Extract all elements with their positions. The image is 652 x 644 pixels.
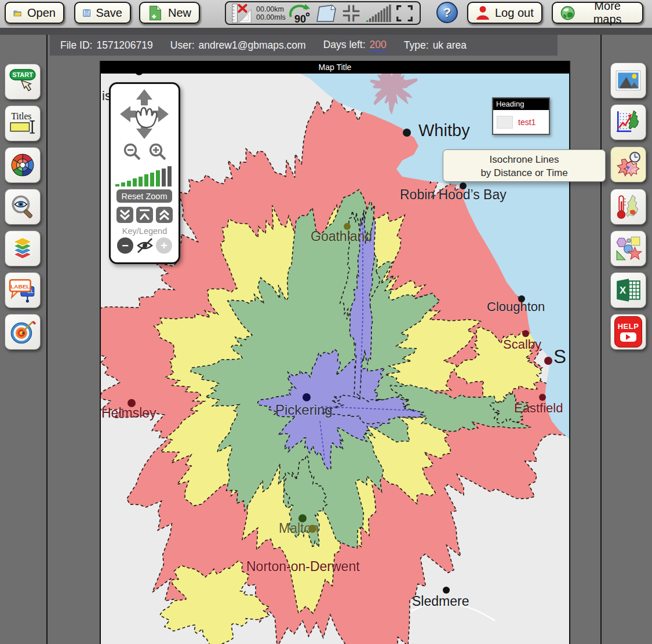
person-icon: [476, 5, 490, 20]
town-dot: [518, 295, 525, 302]
isochrone-clock-icon: [614, 150, 642, 179]
excel-export-button[interactable]: X: [610, 272, 646, 308]
zoom-level-bars[interactable]: [364, 3, 393, 24]
heatmap-button[interactable]: [610, 189, 646, 225]
layers-icon: [9, 233, 37, 264]
view-zoom-button[interactable]: [5, 189, 41, 225]
new-label: New: [168, 6, 191, 20]
excel-letter: X: [620, 285, 626, 296]
distance-km: 00.00km: [256, 5, 286, 13]
label-bubble-icon: EL LABEL: [9, 275, 37, 305]
top-toolbar: Open Save New 00.0: [0, 0, 652, 28]
town-dot: [298, 514, 307, 522]
legend-entry-label: test1: [518, 118, 536, 127]
eye-magnifier-icon: [9, 192, 37, 222]
rotate-90-tool[interactable]: 90: [287, 2, 313, 25]
target-button[interactable]: [5, 314, 41, 350]
new-button[interactable]: New: [139, 2, 200, 24]
map-navigation-panel: Reset Zoom Key/Legend −: [109, 82, 180, 264]
save-button[interactable]: Save: [74, 2, 131, 24]
map-panel: Map Title WhitbyRobin Hood’s BayGoathlan…: [100, 61, 570, 644]
type-value: uk area: [433, 39, 467, 52]
open-button[interactable]: Open: [5, 2, 64, 24]
help-video-icon: HELP: [614, 316, 642, 347]
titles-label: Titles: [11, 111, 31, 121]
more-maps-button[interactable]: More maps: [552, 2, 643, 24]
town-dot: [539, 394, 546, 401]
zoom-out-button[interactable]: [122, 142, 142, 162]
isochrone-button[interactable]: [610, 147, 646, 182]
colour-wheel-button[interactable]: [5, 147, 41, 183]
youtube-play-icon: [620, 332, 636, 342]
legend-bigger-button[interactable]: +: [156, 237, 172, 254]
tooltip-line1: Isochrone Lines: [443, 153, 605, 166]
chart-data-button[interactable]: [610, 104, 646, 140]
shapes-button[interactable]: [610, 230, 646, 266]
more-maps-label: More maps: [580, 0, 635, 26]
town-label-whitby: Whitby: [418, 121, 470, 140]
start-button[interactable]: START: [5, 64, 41, 100]
titles-button[interactable]: Titles: [5, 105, 41, 141]
days-left-value[interactable]: 200: [370, 39, 387, 52]
legend-hide-button[interactable]: [136, 237, 154, 254]
save-floppy-icon: [83, 5, 90, 21]
user-value: andrew1@gbmaps.com: [199, 39, 306, 52]
send-to-back-button[interactable]: [116, 207, 133, 223]
town-dot: [522, 330, 529, 337]
pan-control[interactable]: [119, 88, 170, 140]
town-label-sledmere: Sledmere: [412, 594, 469, 609]
left-divider-line: [46, 35, 48, 644]
days-left-label: Days left:: [323, 39, 366, 52]
town-dot: [403, 129, 411, 137]
logout-button[interactable]: Log out: [467, 2, 542, 24]
layers-button[interactable]: [5, 230, 41, 266]
fullscreen-tool[interactable]: [395, 3, 414, 23]
legend-smaller-button[interactable]: −: [117, 237, 133, 254]
image-icon: [614, 66, 642, 95]
ruler-measure-icon: [231, 2, 253, 24]
excel-icon: X: [614, 276, 642, 305]
town-dot: [344, 223, 351, 230]
legend-body: test1: [493, 110, 549, 134]
tooltip-line2: by Distance or Time: [443, 166, 605, 180]
town-label-s: S: [553, 346, 566, 368]
type-label: Type:: [404, 39, 429, 52]
zoom-buttons-row: [111, 142, 179, 162]
thermometer-uk-icon: [614, 192, 642, 221]
collapse-center-tool[interactable]: [340, 2, 362, 24]
logout-label: Log out: [495, 6, 534, 20]
page-orientation-tool[interactable]: [314, 3, 338, 24]
reset-zoom-button[interactable]: Reset Zoom: [116, 189, 172, 203]
help-video-button[interactable]: HELP: [610, 314, 646, 350]
bring-to-front-button[interactable]: [136, 207, 153, 223]
help-button[interactable]: ?: [436, 2, 458, 23]
town-label-helmsley: Helmsley: [101, 405, 156, 421]
measure-distance-tool[interactable]: 00.00km 00.00mls: [231, 2, 286, 24]
help-rail-label: HELP: [618, 322, 639, 331]
zoom-scale-bars[interactable]: [114, 165, 175, 187]
image-export-button[interactable]: [610, 63, 646, 98]
titles-textbox-icon: Titles: [9, 108, 37, 138]
map-tools-group: 00.00km 00.00mls 90: [225, 1, 421, 25]
label-button[interactable]: EL LABEL: [5, 272, 41, 308]
zoom-in-button[interactable]: [148, 142, 167, 162]
file-id-label: File ID:: [60, 39, 92, 52]
town-label-scalby: Scalby: [503, 337, 541, 352]
town-label-pickering: Pickering: [275, 402, 333, 418]
start-hand-icon: START: [9, 67, 37, 97]
file-id-value: 1571206719: [96, 39, 152, 52]
town-dot: [128, 399, 136, 407]
toolbar-shadow-strip: [0, 28, 652, 35]
open-folder-icon: [13, 5, 22, 21]
rotate-degrees-label: 90: [294, 13, 306, 25]
bring-forward-button[interactable]: [156, 207, 173, 223]
map-title: Map Title: [101, 61, 569, 74]
town-label-cloughton: Cloughton: [487, 299, 545, 314]
help-question-icon: ?: [443, 5, 451, 20]
town-dot: [544, 357, 552, 365]
map-legend[interactable]: Heading test1: [492, 97, 550, 135]
chart-uk-icon: [614, 108, 642, 137]
town-dot: [303, 393, 311, 401]
town-dot: [308, 525, 316, 533]
town-label-goathland: Goathland: [311, 229, 372, 244]
